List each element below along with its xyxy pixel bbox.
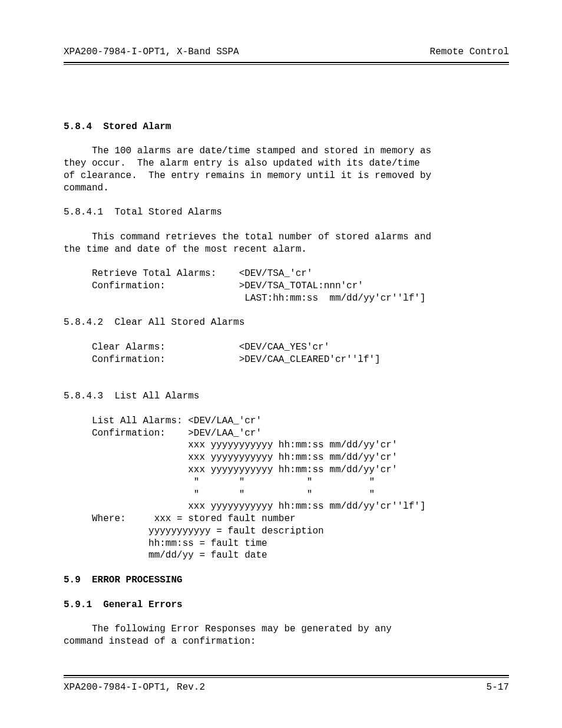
heading-5-8-4-2: 5.8.4.2 Clear All Stored Alarms <box>64 317 244 328</box>
heading-5-9-1: 5.9.1 General Errors <box>64 599 183 610</box>
heading-5-8-4: 5.8.4 Stored Alarm <box>64 121 171 132</box>
page: XPA200-7984-I-OPT1, X-Band SSPA Remote C… <box>0 0 562 728</box>
block-5-8-4-1: Retrieve Total Alarms: <DEV/TSA_'cr' Con… <box>64 268 426 304</box>
footer-right: 5-17 <box>487 681 509 694</box>
footer-rule-light <box>64 677 509 678</box>
para-5-8-4: The 100 alarms are date/time stamped and… <box>64 146 431 193</box>
page-header: XPA200-7984-I-OPT1, X-Band SSPA Remote C… <box>64 46 509 58</box>
header-right: Remote Control <box>430 46 509 58</box>
body-content: 5.8.4 Stored Alarm The 100 alarms are da… <box>64 65 509 648</box>
heading-5-8-4-1: 5.8.4.1 Total Stored Alarms <box>64 207 222 218</box>
para-5-9-1: The following Error Responses may be gen… <box>64 624 392 647</box>
header-left: XPA200-7984-I-OPT1, X-Band SSPA <box>64 46 239 58</box>
para-5-8-4-1: This command retrieves the total number … <box>64 232 431 255</box>
footer-rule-heavy <box>64 675 509 676</box>
heading-5-9: 5.9 ERROR PROCESSING <box>64 575 183 585</box>
block-5-8-4-3: List All Alarms: <DEV/LAA_'cr' Confirmat… <box>64 416 426 561</box>
header-rule-heavy <box>64 62 509 63</box>
block-5-8-4-2: Clear Alarms: <DEV/CAA_YES'cr' Confirmat… <box>64 342 381 365</box>
footer-left: XPA200-7984-I-OPT1, Rev.2 <box>64 681 205 694</box>
page-footer: XPA200-7984-I-OPT1, Rev.2 5-17 <box>64 675 509 694</box>
heading-5-8-4-3: 5.8.4.3 List All Alarms <box>64 391 199 401</box>
